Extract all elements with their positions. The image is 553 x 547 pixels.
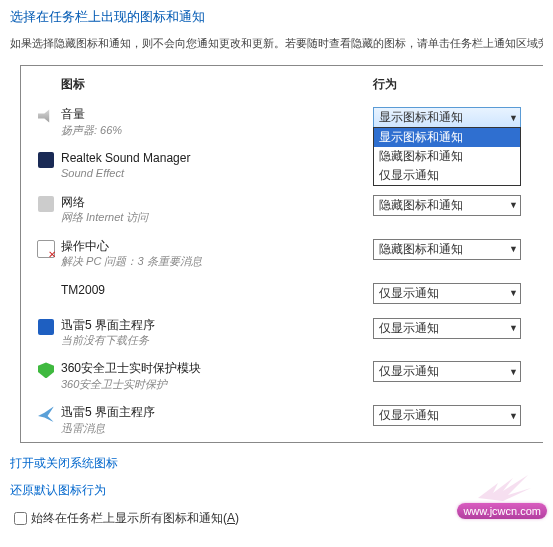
- combobox-value: 仅显示通知: [379, 363, 439, 380]
- link-restore-defaults[interactable]: 还原默认图标行为: [10, 483, 106, 497]
- chevron-down-icon: ▼: [509, 200, 518, 210]
- table-row: 迅雷5 界面主程序当前没有下载任务仅显示通知▼: [31, 318, 543, 348]
- chevron-down-icon: ▼: [509, 288, 518, 298]
- table-row: 网络网络 Internet 访问隐藏图标和通知▼: [31, 195, 543, 225]
- dropdown-option[interactable]: 隐藏图标和通知: [374, 147, 520, 166]
- behavior-combobox[interactable]: 隐藏图标和通知▼: [373, 195, 521, 216]
- item-title: 迅雷5 界面主程序: [61, 405, 373, 421]
- link-system-icons[interactable]: 打开或关闭系统图标: [10, 456, 118, 470]
- behavior-combobox[interactable]: 仅显示通知▼: [373, 283, 521, 304]
- combobox-value: 仅显示通知: [379, 285, 439, 302]
- behavior-combobox[interactable]: 仅显示通知▼: [373, 361, 521, 382]
- col-header-icon: 图标: [61, 76, 373, 93]
- bottom-links: 打开或关闭系统图标 还原默认图标行为: [10, 455, 543, 499]
- shield-icon: [38, 362, 54, 378]
- behavior-combobox[interactable]: 仅显示通知▼: [373, 405, 521, 426]
- dropdown-option[interactable]: 仅显示通知: [374, 166, 520, 185]
- table-row: 360安全卫士实时保护模块360安全卫士实时保护仅显示通知▼: [31, 361, 543, 391]
- behavior-combobox[interactable]: 仅显示通知▼: [373, 318, 521, 339]
- item-title: 360安全卫士实时保护模块: [61, 361, 373, 377]
- behavior-combobox[interactable]: 隐藏图标和通知▼: [373, 239, 521, 260]
- combobox-value: 仅显示通知: [379, 320, 439, 337]
- speaker-icon: [38, 108, 54, 124]
- flag-icon: [37, 240, 55, 258]
- table-row: 音量扬声器: 66%显示图标和通知▼显示图标和通知隐藏图标和通知仅显示通知: [31, 107, 543, 137]
- combobox-value: 显示图标和通知: [379, 109, 463, 126]
- chevron-down-icon: ▼: [509, 323, 518, 333]
- realtek-icon: [38, 152, 54, 168]
- chevron-down-icon: ▼: [509, 411, 518, 421]
- page-title: 选择在任务栏上出现的图标和通知: [10, 8, 543, 26]
- bird-icon: [38, 406, 54, 422]
- item-title: 音量: [61, 107, 373, 123]
- behavior-combobox[interactable]: 显示图标和通知▼: [373, 107, 521, 128]
- table-row: 迅雷5 界面主程序迅雷消息仅显示通知▼: [31, 405, 543, 435]
- chevron-down-icon: ▼: [509, 244, 518, 254]
- combobox-value: 隐藏图标和通知: [379, 241, 463, 258]
- network-icon: [38, 196, 54, 212]
- item-title: Realtek Sound Manager: [61, 151, 373, 167]
- xl-icon: [38, 319, 54, 335]
- always-show-row: 始终在任务栏上显示所有图标和通知(A): [10, 509, 543, 528]
- chevron-down-icon: ▼: [509, 367, 518, 377]
- item-subtitle: 360安全卫士实时保护: [61, 377, 373, 391]
- item-title: 网络: [61, 195, 373, 211]
- chevron-down-icon: ▼: [509, 113, 518, 123]
- always-show-label: 始终在任务栏上显示所有图标和通知(A): [31, 510, 239, 527]
- col-header-action: 行为: [373, 76, 543, 93]
- dropdown-option[interactable]: 显示图标和通知: [374, 128, 520, 147]
- item-title: 迅雷5 界面主程序: [61, 318, 373, 334]
- column-headers: 图标 行为: [31, 76, 543, 93]
- combobox-value: 隐藏图标和通知: [379, 197, 463, 214]
- item-title: 操作中心: [61, 239, 373, 255]
- item-subtitle: 解决 PC 问题：3 条重要消息: [61, 254, 373, 268]
- table-row: 操作中心解决 PC 问题：3 条重要消息隐藏图标和通知▼: [31, 239, 543, 269]
- icon-settings-panel: 图标 行为 音量扬声器: 66%显示图标和通知▼显示图标和通知隐藏图标和通知仅显…: [20, 65, 543, 443]
- combobox-value: 仅显示通知: [379, 407, 439, 424]
- item-subtitle: 扬声器: 66%: [61, 123, 373, 137]
- table-row: TM2009仅显示通知▼: [31, 283, 543, 304]
- item-subtitle: 网络 Internet 访问: [61, 210, 373, 224]
- item-subtitle: 当前没有下载任务: [61, 333, 373, 347]
- item-title: TM2009: [61, 283, 373, 299]
- item-subtitle: Sound Effect: [61, 166, 373, 180]
- behavior-dropdown[interactable]: 显示图标和通知隐藏图标和通知仅显示通知: [373, 127, 521, 186]
- page-subtitle: 如果选择隐藏图标和通知，则不会向您通知更改和更新。若要随时查看隐藏的图标，请单击…: [10, 36, 543, 51]
- always-show-checkbox[interactable]: [14, 512, 27, 525]
- item-subtitle: 迅雷消息: [61, 421, 373, 435]
